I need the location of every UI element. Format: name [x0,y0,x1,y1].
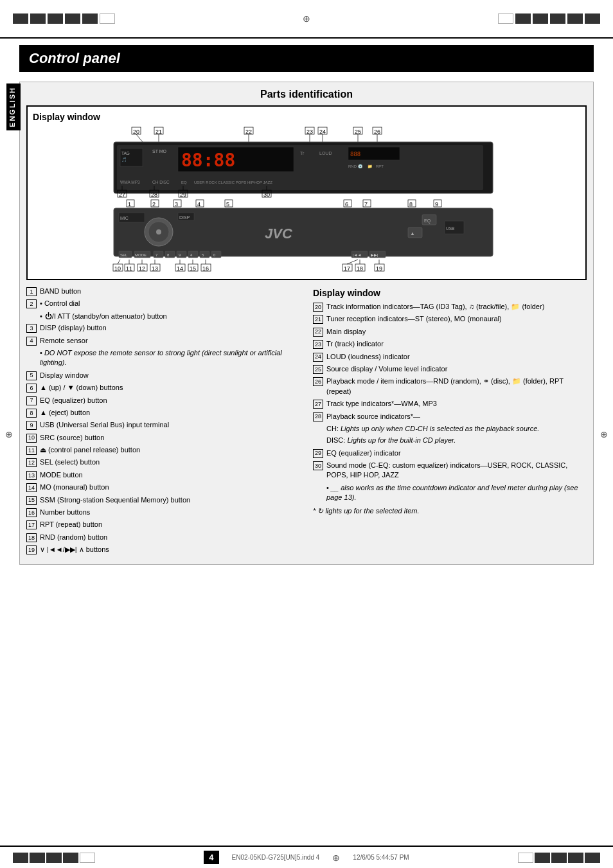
item-number-18: 18 [26,533,37,542]
svg-point-74 [156,229,161,235]
item-number-21: 21 [313,315,323,324]
item-text-1: BAND button [40,287,81,296]
svg-text:📁: 📁 [368,164,373,169]
reg-mark-right-icon: ⊕ [600,429,608,439]
svg-text:17: 17 [344,265,350,272]
svg-text:RND: RND [348,164,357,168]
svg-text:14: 14 [177,265,183,272]
svg-line-133 [347,260,358,264]
item-number-10: 10 [26,434,37,443]
top-block-1 [13,13,28,24]
item-number-6: 6 [26,384,37,393]
language-label: ENGLISH [8,87,16,127]
svg-text:8: 8 [409,201,413,208]
item-number-30: 30 [313,461,323,470]
file-info: EN02-05KD-G725[UN]5.indd 4 [232,854,320,861]
bottom-block-l1 [13,853,28,863]
item-number-27: 27 [313,400,323,409]
svg-text:11: 11 [126,265,132,272]
item-text-24: LOUD (loudness) indicator [326,352,410,362]
item-number-9: 9 [26,421,37,430]
panel-diagram-container: 20 21 22 23 24 25 26 [33,126,580,274]
desc-item-18: 18 RND (random) button [26,533,300,542]
svg-text:JVC: JVC [265,226,293,242]
svg-text:▲: ▲ [410,231,415,236]
item-text-18: RND (random) button [40,533,107,542]
top-block-gap [100,13,115,24]
desc-item-28-disc: DISC: Lights up for the built-in CD play… [326,436,587,445]
item-number-7: 7 [26,396,37,405]
item-number-4: 4 [26,337,37,346]
reg-mark-right: ⊕ [600,429,608,439]
item-number-22: 22 [313,328,323,337]
bottom-block-r3 [568,853,583,863]
registration-mark-top: ⊕ [303,13,310,24]
svg-text:CH DISC: CH DISC [152,180,170,184]
desc-item-27: 27 Track type indicators*—WMA, MP3 [313,399,587,409]
item-text-20: Track information indicators—TAG (ID3 Ta… [326,302,544,312]
top-block-r2 [533,13,548,24]
svg-text:4: 4 [197,201,200,208]
svg-text:▶▶|: ▶▶| [371,253,378,257]
svg-text:2: 2 [152,201,155,208]
svg-text:16: 16 [202,265,209,272]
desc-item-28-ch: CH: Lights up only when CD-CH is selecte… [326,424,587,434]
svg-text:1: 1 [128,201,131,208]
left-descriptions: 1 BAND button 2 • Control dial ⏻/I ATT (… [26,287,300,558]
top-bar-right-blocks [498,13,600,24]
date-info: 12/6/05 5:44:57 PM [353,854,409,861]
bottom-block-r2 [551,853,567,863]
svg-text:25: 25 [355,128,361,135]
desc-item-9: 9 USB (Universal Serial Bus) input termi… [26,420,300,430]
svg-text:28: 28 [151,191,157,198]
desc-item-15: 15 SSM (Strong-station Sequential Memory… [26,495,300,505]
panel-diagram-svg: 20 21 22 23 24 25 26 [107,126,506,274]
item-text-8: ▲ (eject) button [40,408,90,418]
item-text-14: MO (monaural) button [40,483,109,492]
item-number-19: 19 [26,545,37,554]
item-text-17: RPT (repeat) button [40,520,102,529]
item-number-17: 17 [26,520,37,529]
item-number-26: 26 [313,377,323,386]
footnote: * ↻ lights up for the selected item. [313,507,587,515]
item-text-30: Sound mode (C-EQ: custom equalizer) indi… [326,461,587,481]
reg-mark-icon: ⊕ [303,13,310,24]
item-number-15: 15 [26,496,37,505]
svg-text:12: 12 [139,265,145,272]
item-text-23: Tr (track) indicator [326,339,384,349]
svg-text:5: 5 [226,201,229,208]
top-block-3 [48,13,63,24]
item-number-29: 29 [313,449,323,458]
desc-item-19: 19 ∨ |◄◄/▶▶| ∧ buttons [26,545,300,554]
svg-text:20: 20 [133,128,139,135]
svg-text:29: 29 [180,191,186,198]
desc-item-8: 8 ▲ (eject) button [26,408,300,418]
item-number-24: 24 [313,353,323,362]
svg-text:21: 21 [155,128,162,135]
bottom-blocks-right [518,853,600,863]
desc-item-13: 13 MODE button [26,470,300,480]
item-text-11: ⏏ (control panel release) button [40,445,140,455]
top-block-r4 [567,13,583,24]
desc-item-2: 2 • Control dial [26,299,300,308]
svg-text:19: 19 [376,265,382,272]
desc-item-10: 10 SRC (source) button [26,433,300,443]
item-text-6: ▲ (up) / ▼ (down) buttons [40,383,123,393]
desc-item-2a: ⏻/I ATT (standby/on attenuator) button [40,312,300,321]
bottom-blocks-left [13,853,95,863]
svg-text:24: 24 [319,128,326,135]
item-text-12: SEL (select) button [40,457,100,467]
desc-item-17: 17 RPT (repeat) button [26,520,300,529]
desc-item-22: 22 Main display [313,327,587,337]
bottom-block-l3 [46,853,62,863]
top-block-r3 [550,13,565,24]
svg-text:Tr: Tr [300,151,305,155]
svg-text:18: 18 [357,265,363,272]
item-text-26: Playback mode / item indicators—RND (ran… [326,376,587,396]
desc-item-28: 28 Playback source indicators*— [313,412,587,421]
svg-text:27: 27 [119,191,125,198]
bottom-bar: 4 EN02-05KD-G725[UN]5.indd 4 ⊕ 12/6/05 5… [0,846,613,868]
svg-text:22: 22 [245,128,252,135]
top-block-gap-right [498,13,513,24]
desc-item-30: 30 Sound mode (C-EQ: custom equalizer) i… [313,461,587,481]
